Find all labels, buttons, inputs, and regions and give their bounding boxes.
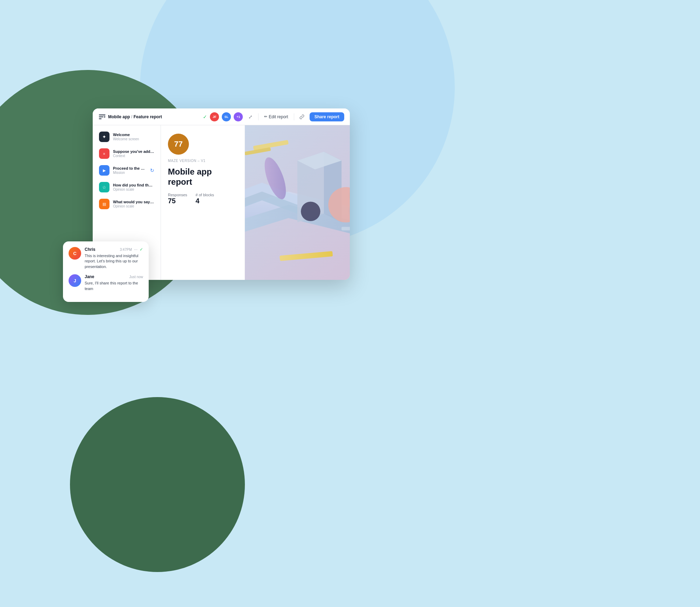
avatar-sl: SL <box>222 112 231 121</box>
suppose-text: Suppose you've added 3 items in your... … <box>113 149 154 158</box>
check-mark-icon[interactable]: ✓ <box>140 247 143 252</box>
proceed-icon: ▶ <box>99 165 109 176</box>
maze-version: MAZE VERSION – V1 <box>168 159 238 163</box>
chris-initials: C <box>69 247 81 260</box>
proceed-subtitle: Mission <box>113 171 147 175</box>
jane-name: Jane <box>85 274 94 279</box>
divider2 <box>294 113 294 120</box>
hero-image <box>245 125 350 280</box>
edit-report-button[interactable]: ✏ Edit report <box>261 113 291 121</box>
welcome-title: Welcome <box>113 133 154 137</box>
share-report-button[interactable]: Share report <box>310 112 344 121</box>
chris-time: 3:47PM <box>120 248 132 252</box>
chris-name: Chris <box>85 247 96 252</box>
suppose-title: Suppose you've added 3 items in your... <box>113 149 154 154</box>
chris-text: This is interesting and insightful repor… <box>85 253 143 269</box>
more-icon[interactable]: ··· <box>134 247 137 252</box>
chat-message-jane: J Jane Just now Sure, I'll share this re… <box>69 274 143 291</box>
whatwould-title: What would you say was difficult <box>113 200 154 204</box>
jane-initials: J <box>69 274 81 287</box>
link-button[interactable] <box>297 112 307 122</box>
chat-actions: 3:47PM ··· ✓ <box>120 247 143 252</box>
top-bar: Mobile app / Feature report ✓ JF SL +1 ⤢… <box>93 108 350 125</box>
welcome-icon: ✦ <box>99 132 109 142</box>
avatar-plus: +1 <box>234 112 243 121</box>
bg-blob-bottom <box>70 397 245 572</box>
report-stats: Responses 75 # of blocks 4 <box>168 193 238 205</box>
edit-icon: ✏ <box>264 114 267 119</box>
avatar-jf: JF <box>210 112 219 121</box>
sidebar-item-welcome[interactable]: ✦ Welcome Welcome screen <box>95 129 158 145</box>
svg-rect-12 <box>341 227 350 230</box>
svg-point-11 <box>301 202 320 221</box>
report-title: Mobile app report <box>168 167 238 187</box>
whatwould-subtitle: Opinion scale <box>113 204 154 208</box>
welcome-subtitle: Welcome screen <box>113 137 154 141</box>
responses-label: Responses <box>168 193 187 197</box>
jane-time: Just now <box>129 275 143 279</box>
jane-text: Sure, I'll share this report to the team <box>85 281 143 291</box>
stat-blocks: # of blocks 4 <box>196 193 214 205</box>
avatar-jane: J <box>69 274 81 287</box>
report-card: 77 MAZE VERSION – V1 Mobile app report R… <box>161 125 245 280</box>
divider <box>258 113 259 120</box>
right-panel: 77 MAZE VERSION – V1 Mobile app report R… <box>161 125 350 280</box>
sidebar-item-suppose[interactable]: ≡ Suppose you've added 3 items in your..… <box>95 146 158 162</box>
blocks-label: # of blocks <box>196 193 214 197</box>
proceed-text: Proceed to the checkout Mission <box>113 166 147 175</box>
welcome-text: Welcome Welcome screen <box>113 133 154 141</box>
breadcrumb: Mobile app / Feature report <box>98 113 162 121</box>
breadcrumb-text: Mobile app / Feature report <box>108 114 162 119</box>
top-bar-right: ✓ JF SL +1 ⤢ ✏ Edit report Share report <box>203 112 344 122</box>
howdid-icon: ☆ <box>99 182 109 192</box>
sidebar-item-whatwould[interactable]: ▤ What would you say was difficult Opini… <box>95 196 158 212</box>
avatar-chris: C <box>69 247 81 260</box>
score-circle: 77 <box>168 134 189 155</box>
sidebar-item-howdid[interactable]: ☆ How did you find the app's ease of use… <box>95 179 158 195</box>
blocks-value: 4 <box>196 197 214 205</box>
suppose-subtitle: Context <box>113 154 154 158</box>
howdid-text: How did you find the app's ease of use O… <box>113 183 154 191</box>
chat-message-chris: C Chris 3:47PM ··· ✓ This is interesting… <box>69 247 143 269</box>
sidebar-item-proceed[interactable]: ▶ Proceed to the checkout Mission ↻ <box>95 162 158 178</box>
howdid-title: How did you find the app's ease of use <box>113 183 154 187</box>
stat-responses: Responses 75 <box>168 193 187 205</box>
chris-content: Chris 3:47PM ··· ✓ This is interesting a… <box>85 247 143 269</box>
chat-popup: C Chris 3:47PM ··· ✓ This is interesting… <box>63 241 149 302</box>
chris-header: Chris 3:47PM ··· ✓ <box>85 247 143 252</box>
proceed-badge: ↻ <box>150 168 154 173</box>
maze-logo-icon <box>98 113 106 121</box>
howdid-subtitle: Opinion scale <box>113 188 154 191</box>
check-icon: ✓ <box>203 114 207 120</box>
whatwould-text: What would you say was difficult Opinion… <box>113 200 154 208</box>
jane-content: Jane Just now Sure, I'll share this repo… <box>85 274 143 291</box>
expand-button[interactable]: ⤢ <box>246 112 255 122</box>
suppose-icon: ≡ <box>99 148 109 159</box>
whatwould-icon: ▤ <box>99 199 109 209</box>
responses-value: 75 <box>168 197 187 205</box>
jane-header: Jane Just now <box>85 274 143 279</box>
geo-shapes <box>245 125 350 280</box>
proceed-title: Proceed to the checkout <box>113 166 147 170</box>
